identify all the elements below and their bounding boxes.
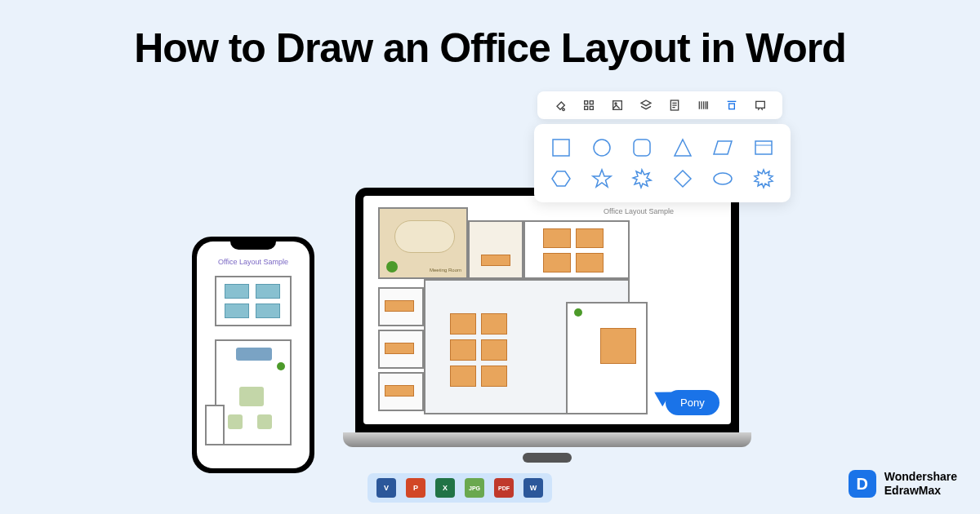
desk bbox=[385, 343, 414, 354]
executive-desk bbox=[600, 328, 636, 364]
svg-rect-25 bbox=[755, 141, 772, 154]
shape-square[interactable] bbox=[549, 135, 573, 160]
sofa bbox=[236, 348, 272, 361]
formatting-toolbar bbox=[537, 91, 782, 119]
private-office[interactable] bbox=[566, 302, 648, 414]
plant-icon bbox=[574, 308, 582, 317]
shape-triangle[interactable] bbox=[670, 135, 695, 160]
office-room-1[interactable] bbox=[468, 220, 523, 279]
phone-lounge-area[interactable] bbox=[215, 339, 292, 445]
side-office-2[interactable] bbox=[378, 330, 424, 369]
grid-icon[interactable] bbox=[581, 98, 596, 113]
desk bbox=[576, 228, 604, 248]
svg-point-21 bbox=[594, 140, 610, 156]
chair bbox=[257, 414, 272, 429]
room-label: Meeting Room bbox=[430, 268, 461, 273]
document-icon[interactable] bbox=[667, 98, 682, 113]
align-icon[interactable] bbox=[724, 98, 739, 113]
desk bbox=[385, 300, 414, 312]
conference-table bbox=[394, 220, 455, 253]
phone-notch bbox=[230, 237, 276, 250]
desk bbox=[450, 313, 476, 335]
laptop-mockup: Office Layout Sample Meeting Room bbox=[343, 188, 751, 465]
shape-hexagon[interactable] bbox=[549, 166, 573, 191]
desk bbox=[450, 366, 476, 387]
brand-line1: Wondershare bbox=[884, 470, 957, 484]
desk bbox=[543, 228, 571, 248]
present-icon[interactable] bbox=[753, 98, 768, 113]
brand-line2: EdrawMax bbox=[884, 484, 957, 498]
plant-icon bbox=[386, 261, 398, 273]
side-office-3[interactable] bbox=[378, 372, 424, 411]
export-excel[interactable]: X bbox=[434, 477, 456, 498]
phone-mockup: Office Layout Sample bbox=[192, 237, 314, 473]
export-powerpoint[interactable]: P bbox=[405, 477, 426, 498]
shape-flip-rect[interactable] bbox=[751, 135, 776, 160]
image-icon[interactable] bbox=[610, 98, 625, 113]
svg-marker-28 bbox=[593, 170, 611, 187]
svg-point-5 bbox=[615, 103, 617, 104]
svg-rect-22 bbox=[634, 140, 650, 156]
desk bbox=[450, 339, 476, 361]
desk bbox=[543, 253, 571, 273]
chair bbox=[228, 414, 243, 429]
svg-marker-29 bbox=[633, 170, 651, 188]
desk bbox=[385, 385, 414, 397]
cursor-user-label: Pony bbox=[666, 390, 719, 415]
barcode-icon[interactable] bbox=[696, 98, 710, 113]
brand-name: Wondershare EdrawMax bbox=[884, 470, 957, 498]
phone-cubicle-area[interactable] bbox=[215, 276, 292, 326]
meeting-room[interactable]: Meeting Room bbox=[378, 207, 468, 279]
svg-marker-32 bbox=[755, 170, 773, 188]
svg-rect-0 bbox=[584, 101, 587, 104]
export-jpg[interactable]: JPG bbox=[464, 477, 485, 498]
reception-desk bbox=[481, 255, 510, 266]
shape-rounded-square[interactable] bbox=[630, 135, 654, 160]
plant-icon bbox=[277, 362, 285, 370]
table bbox=[239, 387, 264, 406]
phone-canvas[interactable]: Office Layout Sample bbox=[197, 241, 310, 468]
shapes-panel bbox=[534, 124, 791, 202]
shape-burst-8[interactable] bbox=[630, 166, 654, 191]
desk bbox=[481, 366, 507, 387]
collaborator-cursor: Pony bbox=[666, 390, 719, 415]
svg-rect-1 bbox=[590, 101, 593, 104]
svg-marker-23 bbox=[675, 140, 691, 156]
desk bbox=[225, 284, 249, 299]
side-office-1[interactable] bbox=[378, 287, 424, 326]
export-pdf[interactable]: PDF bbox=[493, 477, 514, 498]
cubicle-area-1[interactable] bbox=[523, 220, 630, 279]
shape-parallelogram[interactable] bbox=[710, 135, 735, 160]
svg-marker-24 bbox=[714, 141, 732, 154]
laptop-base bbox=[343, 432, 751, 447]
desk bbox=[225, 304, 249, 318]
edrawmax-logo-icon: D bbox=[849, 470, 876, 498]
export-visio[interactable]: V bbox=[376, 477, 397, 498]
export-formats-bar: V P X JPG PDF W bbox=[368, 473, 552, 503]
phone-bathroom[interactable] bbox=[205, 405, 225, 445]
fill-icon[interactable] bbox=[553, 98, 568, 113]
desk bbox=[481, 339, 507, 361]
svg-rect-3 bbox=[590, 106, 593, 109]
canvas-title: Office Layout Sample bbox=[604, 202, 674, 215]
svg-marker-30 bbox=[675, 171, 691, 187]
svg-marker-27 bbox=[552, 171, 570, 186]
export-word[interactable]: W bbox=[523, 477, 544, 498]
shape-burst-12[interactable] bbox=[751, 166, 776, 191]
shape-star[interactable] bbox=[590, 166, 614, 191]
svg-rect-16 bbox=[728, 104, 734, 109]
svg-point-31 bbox=[714, 173, 732, 184]
desk bbox=[256, 284, 280, 299]
laptop-notch bbox=[523, 453, 572, 463]
shape-diamond[interactable] bbox=[670, 166, 695, 191]
desk bbox=[576, 253, 604, 273]
shape-circle[interactable] bbox=[590, 135, 614, 160]
svg-rect-20 bbox=[553, 140, 569, 156]
desk bbox=[256, 304, 280, 318]
svg-rect-2 bbox=[584, 106, 587, 109]
layers-icon[interactable] bbox=[639, 98, 653, 113]
shape-ellipse[interactable] bbox=[710, 166, 735, 191]
desk bbox=[481, 313, 507, 335]
svg-rect-4 bbox=[612, 101, 621, 110]
page-title: How to Draw an Office Layout in Word bbox=[0, 24, 980, 72]
